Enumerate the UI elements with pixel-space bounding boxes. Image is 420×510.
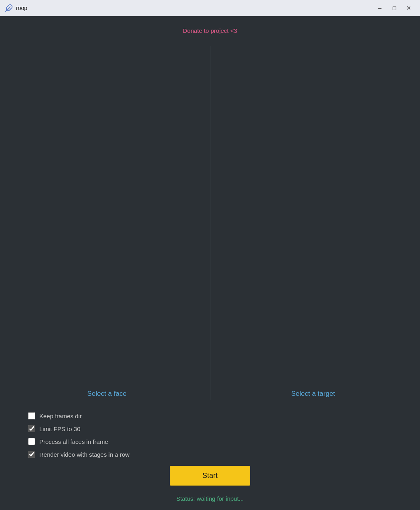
title-bar: roop – □ ✕ bbox=[0, 0, 420, 16]
face-preview-box bbox=[24, 46, 190, 381]
status-bar: Status: waiting for input... bbox=[176, 495, 244, 502]
minimize-button[interactable]: – bbox=[374, 2, 386, 14]
preview-area: Select a face Select a target bbox=[24, 46, 396, 400]
start-button[interactable]: Start bbox=[170, 466, 250, 486]
checkbox-keep-frames[interactable] bbox=[28, 412, 35, 419]
start-button-wrapper: Start bbox=[24, 466, 396, 486]
select-target-button[interactable]: Select a target bbox=[283, 387, 343, 400]
option-render-video-label: Render video with stages in a row bbox=[39, 451, 129, 458]
donate-link[interactable]: Donate to project <3 bbox=[183, 27, 237, 34]
options-area: Keep frames dir Limit FPS to 30 Process … bbox=[24, 412, 396, 458]
checkbox-limit-fps[interactable] bbox=[28, 425, 35, 432]
option-process-all-faces[interactable]: Process all faces in frame bbox=[28, 438, 396, 445]
panel-divider bbox=[210, 46, 210, 400]
target-panel: Select a target bbox=[230, 46, 396, 400]
app-icon bbox=[5, 4, 13, 12]
target-preview-box bbox=[230, 46, 396, 381]
select-face-button[interactable]: Select a face bbox=[79, 387, 135, 400]
checkbox-process-all-faces[interactable] bbox=[28, 438, 35, 445]
option-limit-fps[interactable]: Limit FPS to 30 bbox=[28, 425, 396, 432]
maximize-button[interactable]: □ bbox=[388, 2, 401, 14]
option-limit-fps-label: Limit FPS to 30 bbox=[39, 425, 81, 432]
app-title: roop bbox=[16, 5, 27, 11]
option-render-video[interactable]: Render video with stages in a row bbox=[28, 451, 396, 458]
face-panel: Select a face bbox=[24, 46, 190, 400]
option-keep-frames-label: Keep frames dir bbox=[39, 413, 82, 419]
option-process-all-faces-label: Process all faces in frame bbox=[39, 438, 108, 445]
title-bar-controls: – □ ✕ bbox=[374, 2, 415, 14]
close-button[interactable]: ✕ bbox=[402, 2, 415, 14]
checkbox-render-video[interactable] bbox=[28, 451, 35, 458]
title-bar-left: roop bbox=[5, 4, 27, 12]
main-content: Donate to project <3 Select a face Selec… bbox=[0, 16, 420, 510]
option-keep-frames[interactable]: Keep frames dir bbox=[28, 412, 396, 419]
